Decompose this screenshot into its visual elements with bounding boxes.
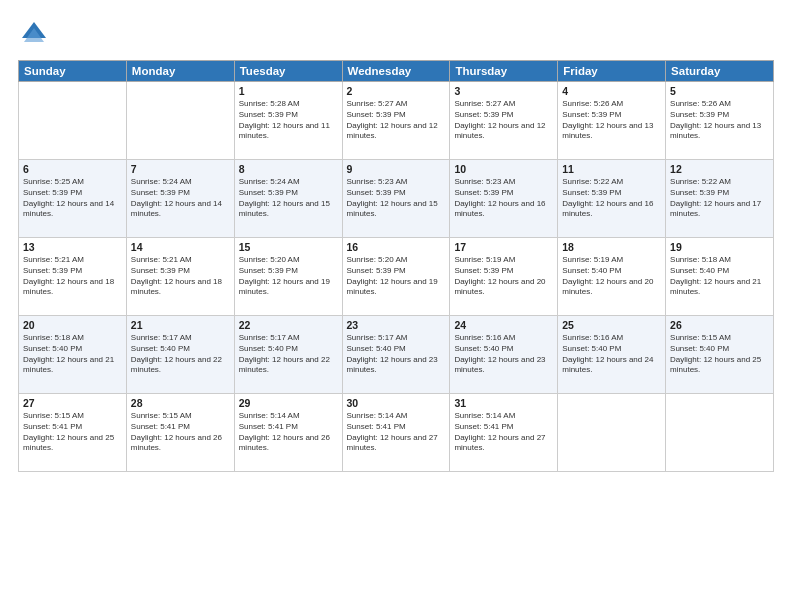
day-number: 1: [239, 85, 338, 97]
day-number: 2: [347, 85, 446, 97]
day-cell: 1Sunrise: 5:28 AM Sunset: 5:39 PM Daylig…: [234, 82, 342, 160]
day-info: Sunrise: 5:21 AM Sunset: 5:39 PM Dayligh…: [131, 255, 230, 298]
day-number: 17: [454, 241, 553, 253]
day-number: 30: [347, 397, 446, 409]
day-number: 25: [562, 319, 661, 331]
day-number: 16: [347, 241, 446, 253]
weekday-header-row: SundayMondayTuesdayWednesdayThursdayFrid…: [19, 61, 774, 82]
day-cell: 5Sunrise: 5:26 AM Sunset: 5:39 PM Daylig…: [666, 82, 774, 160]
logo: [18, 18, 54, 50]
day-cell: 25Sunrise: 5:16 AM Sunset: 5:40 PM Dayli…: [558, 316, 666, 394]
weekday-header-wednesday: Wednesday: [342, 61, 450, 82]
day-number: 21: [131, 319, 230, 331]
day-cell: 22Sunrise: 5:17 AM Sunset: 5:40 PM Dayli…: [234, 316, 342, 394]
week-row-5: 27Sunrise: 5:15 AM Sunset: 5:41 PM Dayli…: [19, 394, 774, 472]
day-cell: [19, 82, 127, 160]
day-number: 20: [23, 319, 122, 331]
day-cell: 3Sunrise: 5:27 AM Sunset: 5:39 PM Daylig…: [450, 82, 558, 160]
weekday-header-monday: Monday: [126, 61, 234, 82]
day-number: 12: [670, 163, 769, 175]
day-number: 7: [131, 163, 230, 175]
day-number: 19: [670, 241, 769, 253]
day-cell: 11Sunrise: 5:22 AM Sunset: 5:39 PM Dayli…: [558, 160, 666, 238]
day-info: Sunrise: 5:24 AM Sunset: 5:39 PM Dayligh…: [239, 177, 338, 220]
day-info: Sunrise: 5:15 AM Sunset: 5:41 PM Dayligh…: [23, 411, 122, 454]
day-number: 14: [131, 241, 230, 253]
week-row-2: 6Sunrise: 5:25 AM Sunset: 5:39 PM Daylig…: [19, 160, 774, 238]
day-number: 5: [670, 85, 769, 97]
day-info: Sunrise: 5:22 AM Sunset: 5:39 PM Dayligh…: [670, 177, 769, 220]
day-cell: 4Sunrise: 5:26 AM Sunset: 5:39 PM Daylig…: [558, 82, 666, 160]
day-cell: 28Sunrise: 5:15 AM Sunset: 5:41 PM Dayli…: [126, 394, 234, 472]
day-cell: 15Sunrise: 5:20 AM Sunset: 5:39 PM Dayli…: [234, 238, 342, 316]
day-info: Sunrise: 5:21 AM Sunset: 5:39 PM Dayligh…: [23, 255, 122, 298]
day-number: 13: [23, 241, 122, 253]
day-number: 4: [562, 85, 661, 97]
day-number: 18: [562, 241, 661, 253]
day-number: 31: [454, 397, 553, 409]
header: [18, 18, 774, 50]
day-cell: 10Sunrise: 5:23 AM Sunset: 5:39 PM Dayli…: [450, 160, 558, 238]
week-row-1: 1Sunrise: 5:28 AM Sunset: 5:39 PM Daylig…: [19, 82, 774, 160]
day-info: Sunrise: 5:24 AM Sunset: 5:39 PM Dayligh…: [131, 177, 230, 220]
day-cell: 23Sunrise: 5:17 AM Sunset: 5:40 PM Dayli…: [342, 316, 450, 394]
day-number: 26: [670, 319, 769, 331]
calendar: SundayMondayTuesdayWednesdayThursdayFrid…: [18, 60, 774, 472]
day-info: Sunrise: 5:14 AM Sunset: 5:41 PM Dayligh…: [454, 411, 553, 454]
day-cell: 8Sunrise: 5:24 AM Sunset: 5:39 PM Daylig…: [234, 160, 342, 238]
logo-icon: [18, 18, 50, 50]
day-number: 23: [347, 319, 446, 331]
day-number: 28: [131, 397, 230, 409]
day-info: Sunrise: 5:20 AM Sunset: 5:39 PM Dayligh…: [347, 255, 446, 298]
day-cell: [126, 82, 234, 160]
day-info: Sunrise: 5:15 AM Sunset: 5:41 PM Dayligh…: [131, 411, 230, 454]
day-info: Sunrise: 5:23 AM Sunset: 5:39 PM Dayligh…: [347, 177, 446, 220]
day-cell: 14Sunrise: 5:21 AM Sunset: 5:39 PM Dayli…: [126, 238, 234, 316]
day-info: Sunrise: 5:26 AM Sunset: 5:39 PM Dayligh…: [562, 99, 661, 142]
day-cell: 20Sunrise: 5:18 AM Sunset: 5:40 PM Dayli…: [19, 316, 127, 394]
weekday-header-tuesday: Tuesday: [234, 61, 342, 82]
week-row-3: 13Sunrise: 5:21 AM Sunset: 5:39 PM Dayli…: [19, 238, 774, 316]
day-info: Sunrise: 5:25 AM Sunset: 5:39 PM Dayligh…: [23, 177, 122, 220]
weekday-header-saturday: Saturday: [666, 61, 774, 82]
day-cell: 17Sunrise: 5:19 AM Sunset: 5:39 PM Dayli…: [450, 238, 558, 316]
day-info: Sunrise: 5:17 AM Sunset: 5:40 PM Dayligh…: [347, 333, 446, 376]
weekday-header-thursday: Thursday: [450, 61, 558, 82]
day-cell: 2Sunrise: 5:27 AM Sunset: 5:39 PM Daylig…: [342, 82, 450, 160]
day-cell: 26Sunrise: 5:15 AM Sunset: 5:40 PM Dayli…: [666, 316, 774, 394]
day-info: Sunrise: 5:27 AM Sunset: 5:39 PM Dayligh…: [454, 99, 553, 142]
day-info: Sunrise: 5:19 AM Sunset: 5:39 PM Dayligh…: [454, 255, 553, 298]
day-cell: 13Sunrise: 5:21 AM Sunset: 5:39 PM Dayli…: [19, 238, 127, 316]
day-cell: 24Sunrise: 5:16 AM Sunset: 5:40 PM Dayli…: [450, 316, 558, 394]
day-info: Sunrise: 5:26 AM Sunset: 5:39 PM Dayligh…: [670, 99, 769, 142]
day-number: 3: [454, 85, 553, 97]
day-number: 15: [239, 241, 338, 253]
weekday-header-sunday: Sunday: [19, 61, 127, 82]
week-row-4: 20Sunrise: 5:18 AM Sunset: 5:40 PM Dayli…: [19, 316, 774, 394]
day-number: 6: [23, 163, 122, 175]
day-info: Sunrise: 5:20 AM Sunset: 5:39 PM Dayligh…: [239, 255, 338, 298]
day-number: 22: [239, 319, 338, 331]
day-info: Sunrise: 5:14 AM Sunset: 5:41 PM Dayligh…: [239, 411, 338, 454]
day-number: 8: [239, 163, 338, 175]
day-cell: 19Sunrise: 5:18 AM Sunset: 5:40 PM Dayli…: [666, 238, 774, 316]
day-info: Sunrise: 5:16 AM Sunset: 5:40 PM Dayligh…: [562, 333, 661, 376]
day-cell: [666, 394, 774, 472]
day-cell: 29Sunrise: 5:14 AM Sunset: 5:41 PM Dayli…: [234, 394, 342, 472]
day-number: 10: [454, 163, 553, 175]
day-info: Sunrise: 5:14 AM Sunset: 5:41 PM Dayligh…: [347, 411, 446, 454]
day-info: Sunrise: 5:18 AM Sunset: 5:40 PM Dayligh…: [23, 333, 122, 376]
day-cell: 30Sunrise: 5:14 AM Sunset: 5:41 PM Dayli…: [342, 394, 450, 472]
day-cell: 7Sunrise: 5:24 AM Sunset: 5:39 PM Daylig…: [126, 160, 234, 238]
day-number: 29: [239, 397, 338, 409]
day-cell: 18Sunrise: 5:19 AM Sunset: 5:40 PM Dayli…: [558, 238, 666, 316]
weekday-header-friday: Friday: [558, 61, 666, 82]
day-cell: 9Sunrise: 5:23 AM Sunset: 5:39 PM Daylig…: [342, 160, 450, 238]
day-info: Sunrise: 5:17 AM Sunset: 5:40 PM Dayligh…: [131, 333, 230, 376]
day-info: Sunrise: 5:27 AM Sunset: 5:39 PM Dayligh…: [347, 99, 446, 142]
day-cell: 16Sunrise: 5:20 AM Sunset: 5:39 PM Dayli…: [342, 238, 450, 316]
day-info: Sunrise: 5:28 AM Sunset: 5:39 PM Dayligh…: [239, 99, 338, 142]
day-info: Sunrise: 5:23 AM Sunset: 5:39 PM Dayligh…: [454, 177, 553, 220]
day-info: Sunrise: 5:18 AM Sunset: 5:40 PM Dayligh…: [670, 255, 769, 298]
day-info: Sunrise: 5:16 AM Sunset: 5:40 PM Dayligh…: [454, 333, 553, 376]
